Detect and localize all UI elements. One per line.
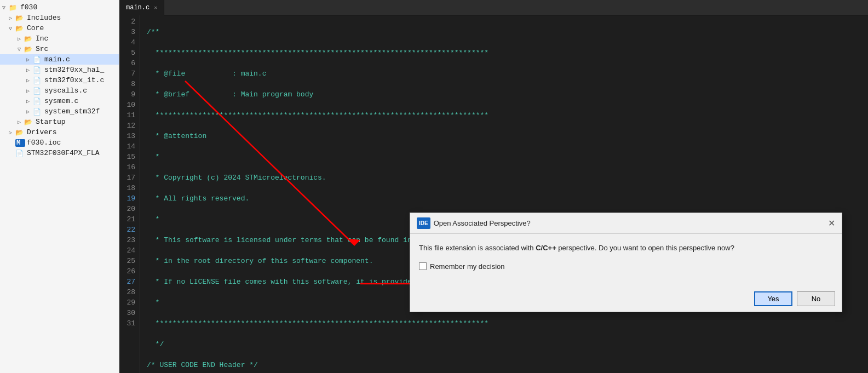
- sidebar-label-stm32-it: stm32f0xx_it.c: [44, 76, 104, 84]
- sidebar-label-src: Src: [36, 45, 48, 53]
- arrow-icon: ▷: [26, 108, 33, 115]
- checkbox-label: Remember my decision: [430, 261, 505, 272]
- arrow-icon: ▷: [9, 129, 15, 136]
- line-numbers: 2 3 4 5 6 7 8 9 10 11 12 13 14 15 16 17 …: [119, 15, 140, 373]
- sidebar-label-system-stm32: system_stm32f: [44, 107, 100, 116]
- tab-main-c[interactable]: main.c ✕: [119, 0, 164, 15]
- sidebar-item-stm32-it[interactable]: ▷ 📄 stm32f0xx_it.c: [0, 75, 119, 85]
- sidebar-label-syscalls: syscalls.c: [44, 87, 87, 95]
- folder-icon: 📂: [15, 14, 25, 22]
- folder-icon: 📂: [15, 25, 25, 32]
- sidebar-item-startup[interactable]: ▷ 📂 Startup: [0, 117, 119, 127]
- tab-bar: main.c ✕: [119, 0, 868, 15]
- file-icon: 📄: [33, 66, 43, 74]
- sidebar-item-system-stm32[interactable]: ▷ 📄 system_stm32f: [0, 106, 119, 117]
- dialog-message: This file extension is associated with C…: [419, 243, 833, 254]
- arrow-icon: ▷: [18, 36, 24, 42]
- ioc-icon: M: [15, 139, 25, 147]
- sidebar-label-inc: Inc: [36, 35, 48, 43]
- dialog-body: This file extension is associated with C…: [410, 234, 842, 287]
- sidebar-label-drivers: Drivers: [27, 128, 57, 136]
- sidebar-item-syscalls[interactable]: ▷ 📄 syscalls.c: [0, 85, 119, 96]
- folder-icon: 📂: [24, 45, 34, 53]
- file-icon: 📄: [33, 56, 43, 64]
- cpp-bold: C/C++: [536, 244, 556, 252]
- file-icon: 📄: [33, 97, 43, 105]
- arrow-icon: ▷: [26, 98, 33, 105]
- arrow-icon: ▽: [18, 46, 24, 53]
- sidebar-label-stm32-hal: stm32f0xx_hal_: [44, 66, 104, 74]
- file-icon: 📄: [15, 150, 25, 157]
- sidebar-item-flash[interactable]: 📄 STM32F030F4PX_FLA: [0, 148, 119, 158]
- tab-label: main.c: [126, 4, 150, 12]
- tab-close-icon[interactable]: ✕: [154, 4, 157, 11]
- arrow-icon: ▷: [18, 119, 24, 125]
- dialog-close-button[interactable]: ✕: [828, 219, 835, 228]
- sidebar-item-drivers[interactable]: ▷ 📂 Drivers: [0, 127, 119, 137]
- dialog-title-left: IDE Open Associated Perspective?: [417, 217, 531, 229]
- folder-icon: 📂: [15, 129, 25, 136]
- folder-icon: 📂: [24, 35, 34, 43]
- sidebar-label-core: Core: [27, 24, 44, 32]
- dialog-titlebar: IDE Open Associated Perspective? ✕: [410, 213, 842, 234]
- arrow-icon: ▷: [26, 67, 33, 73]
- sidebar-label-main-c: main.c: [44, 55, 70, 64]
- arrow-icon: ▽: [9, 25, 15, 32]
- sidebar-item-inc[interactable]: ▷ 📂 Inc: [0, 33, 119, 44]
- ide-badge: IDE: [417, 217, 430, 229]
- sidebar-label-startup: Startup: [36, 118, 66, 126]
- sidebar-label-ioc: f030.ioc: [27, 139, 61, 147]
- arrow-icon: ▷: [26, 88, 33, 94]
- editor-container: main.c ✕ 2 3 4 5 6 7 8 9 10 11 12 13 14 …: [119, 0, 868, 373]
- code-content: /** ************************************…: [140, 15, 868, 373]
- arrow-icon: ▷: [9, 15, 15, 21]
- dialog-checkbox-row: Remember my decision: [419, 261, 833, 272]
- sidebar-label-includes: Includes: [27, 14, 61, 22]
- code-editor[interactable]: 2 3 4 5 6 7 8 9 10 11 12 13 14 15 16 17 …: [119, 15, 868, 373]
- arrow-icon: ▷: [26, 56, 33, 63]
- sidebar-item-src[interactable]: ▽ 📂 Src: [0, 44, 119, 54]
- folder-icon: 📂: [24, 118, 34, 126]
- remember-checkbox[interactable]: [419, 262, 427, 270]
- file-icon: 📄: [33, 77, 43, 84]
- sidebar-item-stm32-hal[interactable]: ▷ 📄 stm32f0xx_hal_: [0, 65, 119, 75]
- sidebar-item-sysmem[interactable]: ▷ 📄 sysmem.c: [0, 96, 119, 106]
- yes-button[interactable]: Yes: [754, 291, 792, 306]
- project-icon: 📁: [9, 4, 19, 12]
- sidebar-item-includes[interactable]: ▷ 📂 Includes: [0, 13, 119, 23]
- no-button[interactable]: No: [797, 291, 835, 306]
- file-icon: 📄: [33, 87, 43, 95]
- sidebar-label-f030: f030: [20, 3, 37, 12]
- file-explorer: ▽ 📁 f030 ▷ 📂 Includes ▽ 📂 Core ▷ 📂 Inc ▽…: [0, 0, 119, 373]
- perspective-dialog: IDE Open Associated Perspective? ✕ This …: [410, 213, 842, 312]
- arrow-icon: ▷: [26, 77, 33, 84]
- sidebar-item-f030[interactable]: ▽ 📁 f030: [0, 2, 119, 13]
- dialog-title-text: Open Associated Perspective?: [434, 218, 531, 228]
- sidebar-item-main-c[interactable]: ▷ 📄 main.c: [0, 54, 119, 65]
- sidebar-item-core[interactable]: ▽ 📂 Core: [0, 23, 119, 33]
- file-icon: 📄: [33, 108, 43, 116]
- sidebar-label-flash: STM32F030F4PX_FLA: [27, 149, 100, 157]
- code-area: 2 3 4 5 6 7 8 9 10 11 12 13 14 15 16 17 …: [119, 15, 868, 373]
- dialog-buttons: Yes No: [410, 287, 842, 312]
- sidebar-label-sysmem: sysmem.c: [44, 97, 78, 105]
- sidebar-item-ioc[interactable]: M f030.ioc: [0, 137, 119, 148]
- arrow-icon: ▽: [2, 4, 9, 11]
